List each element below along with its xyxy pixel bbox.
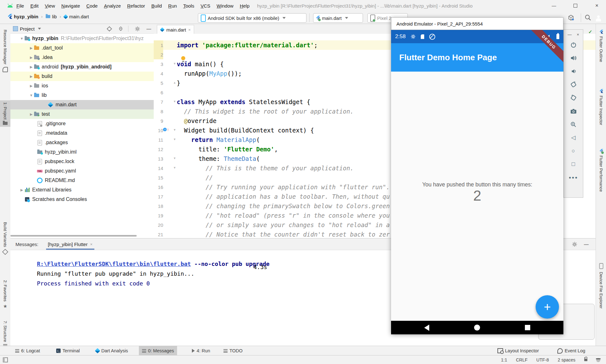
- emulator-back-icon[interactable]: ◁: [564, 131, 583, 144]
- caret-position[interactable]: 1:1: [501, 357, 507, 362]
- breadcrumb-lib[interactable]: lib: [52, 14, 57, 19]
- emulator-title-bar[interactable]: Android Emulator - Pixel_2_API_29:5554: [391, 17, 563, 30]
- menu-edit[interactable]: Edit: [27, 1, 42, 11]
- menu-help[interactable]: Help: [237, 1, 253, 11]
- toolwindow-messages-active[interactable]: 0: Messages: [139, 346, 177, 355]
- rotate-left-icon[interactable]: [564, 78, 583, 91]
- overriding-method-icon[interactable]: o: [163, 128, 167, 131]
- close-tab-icon[interactable]: ×: [90, 242, 92, 247]
- tree-row-pubspec-yaml[interactable]: YML pubspec.yaml: [10, 166, 154, 176]
- toolwindow-todo[interactable]: TODO: [220, 346, 246, 355]
- line-separator[interactable]: CRLF: [516, 357, 528, 362]
- sdk-update-icon[interactable]: [567, 15, 575, 21]
- more-options-icon[interactable]: ●●●: [564, 171, 583, 184]
- tree-row-idea[interactable]: ▶ .idea: [10, 53, 154, 62]
- rotate-right-icon[interactable]: [564, 91, 583, 104]
- stripe-build-variants[interactable]: Build Variants: [0, 220, 10, 256]
- nav-overview-icon[interactable]: [525, 325, 530, 330]
- maximize-window-icon[interactable]: [571, 2, 579, 9]
- emulator-home-icon[interactable]: ○: [564, 144, 583, 157]
- menu-window[interactable]: Window: [213, 1, 236, 11]
- hide-panel-icon[interactable]: —: [146, 26, 151, 32]
- toolwindow-layout-inspector[interactable]: Layout Inspector: [494, 346, 542, 355]
- nav-back-icon[interactable]: [424, 325, 429, 331]
- chevron-collapsed-icon[interactable]: ▶: [29, 46, 34, 50]
- tree-row-packages[interactable]: .packages: [10, 138, 154, 147]
- chevron-collapsed-icon[interactable]: ▶: [29, 74, 34, 79]
- tree-row-dart-tool[interactable]: ▶ .dart_tool: [10, 43, 154, 53]
- emulator-close-icon[interactable]: ×: [577, 32, 579, 37]
- menu-code[interactable]: Code: [83, 1, 101, 11]
- highlighting-level-icon[interactable]: [596, 358, 600, 362]
- stripe-resource-manager[interactable]: Resource Manager: [0, 28, 10, 74]
- stripe-flutter-outline[interactable]: Flutter Outline: [596, 28, 606, 64]
- chevron-collapsed-icon[interactable]: ▶: [29, 112, 34, 116]
- menu-vcs[interactable]: VCS: [197, 1, 213, 11]
- run-config-dropdown[interactable]: main.dart: [313, 13, 363, 23]
- horizontal-scrollbar[interactable]: [10, 235, 137, 237]
- menu-build[interactable]: Build: [148, 1, 165, 11]
- tree-row-root[interactable]: ▼ hyzp_yibin R:\FlutterProject\FlutterPr…: [10, 34, 154, 43]
- menu-refactor[interactable]: Refactor: [124, 1, 148, 11]
- messages-flutter-tab[interactable]: [hyzp_yibin] Flutter ×: [46, 238, 94, 250]
- menu-analyze[interactable]: Analyze: [101, 1, 124, 11]
- emulator-overview-icon[interactable]: □: [564, 157, 583, 171]
- hide-panel-icon[interactable]: —: [584, 242, 589, 247]
- tree-row-external-libraries[interactable]: ▶ External Libraries: [10, 185, 154, 195]
- breadcrumb-project[interactable]: hyzp_yibin: [14, 14, 39, 19]
- emulator-minimize-icon[interactable]: —: [567, 32, 572, 37]
- chevron-collapsed-icon[interactable]: ▶: [29, 56, 34, 60]
- power-icon[interactable]: [564, 38, 583, 51]
- close-tab-icon[interactable]: ×: [188, 27, 191, 32]
- device-selector-dropdown[interactable]: Android SDK built for x86 (mobile): [198, 13, 306, 23]
- toolwindow-run[interactable]: 4: Run: [189, 346, 213, 355]
- fold-marker-icon[interactable]: ▾: [174, 138, 175, 141]
- volume-down-icon[interactable]: [564, 65, 583, 78]
- tree-row-main-dart-selected[interactable]: main.dart: [10, 100, 154, 109]
- emulator-screen[interactable]: 2:58 DEBUG Flutter Demo Home Page You ha…: [391, 30, 563, 334]
- locate-file-icon[interactable]: [107, 26, 112, 32]
- tree-row-build[interactable]: ▶ build: [10, 72, 154, 81]
- chevron-expanded-icon[interactable]: ▼: [19, 37, 24, 40]
- tab-main-dart[interactable]: main.dart ×: [157, 25, 194, 34]
- stripe-project[interactable]: 1: Project: [0, 100, 10, 127]
- tree-row-android[interactable]: ▶ android [hyzp_yibin_android]: [10, 62, 154, 72]
- fold-marker-icon[interactable]: ▴: [174, 81, 175, 84]
- tree-row-pubspec-lock[interactable]: pubspec.lock: [10, 157, 154, 166]
- chevron-collapsed-icon[interactable]: ▶: [29, 84, 34, 88]
- inspections-ok-icon[interactable]: ✓: [588, 29, 592, 35]
- readonly-lock-icon[interactable]: [584, 359, 587, 361]
- chevron-expanded-icon[interactable]: ▼: [29, 93, 34, 97]
- settings-gear-icon[interactable]: [135, 26, 140, 32]
- settings-gear-icon[interactable]: [572, 242, 577, 247]
- screenshot-camera-icon[interactable]: [564, 104, 583, 118]
- chevron-collapsed-icon[interactable]: ▶: [19, 188, 24, 192]
- menu-view[interactable]: View: [42, 1, 58, 11]
- fold-marker-icon[interactable]: ▾: [174, 156, 175, 160]
- stripe-structure[interactable]: 7: Structure: [0, 319, 10, 349]
- minimize-window-icon[interactable]: —: [550, 2, 558, 9]
- toolwindow-logcat[interactable]: 6: Logcat: [12, 346, 43, 355]
- breadcrumb-file[interactable]: main.dart: [69, 14, 89, 19]
- fold-marker-icon[interactable]: ▾: [174, 128, 175, 132]
- tree-row-test[interactable]: ▶ test: [10, 109, 154, 119]
- chevron-down-icon[interactable]: [38, 28, 41, 30]
- search-icon[interactable]: [585, 14, 591, 21]
- tree-row-gitignore[interactable]: .gitignore: [10, 119, 154, 128]
- tree-row-metadata[interactable]: .metadata: [10, 128, 154, 138]
- menu-navigate[interactable]: Navigate: [58, 1, 83, 11]
- nav-home-icon[interactable]: [474, 325, 480, 331]
- stripe-favorites[interactable]: 2: Favorites ★: [0, 278, 10, 310]
- toolwindow-event-log[interactable]: Event Log: [554, 346, 588, 355]
- toolwindow-dart-analysis[interactable]: Dart Analysis: [92, 346, 131, 355]
- file-encoding[interactable]: UTF-8: [536, 357, 549, 362]
- fold-marker-icon[interactable]: ▾: [174, 100, 175, 103]
- tree-row-scratches[interactable]: > Scratches and Consoles: [10, 195, 154, 204]
- menu-tools[interactable]: Tools: [180, 1, 197, 11]
- toolwindow-terminal[interactable]: >_ Terminal: [53, 346, 83, 355]
- stripe-device-file-explorer[interactable]: Device File Explorer: [596, 261, 606, 310]
- tree-row-iml[interactable]: hyzp_yibin.iml: [10, 147, 154, 157]
- tree-row-ios[interactable]: ▶ ios: [10, 81, 154, 91]
- stripe-flutter-inspector[interactable]: Flutter Inspector: [596, 87, 606, 127]
- zoom-icon[interactable]: [564, 118, 583, 131]
